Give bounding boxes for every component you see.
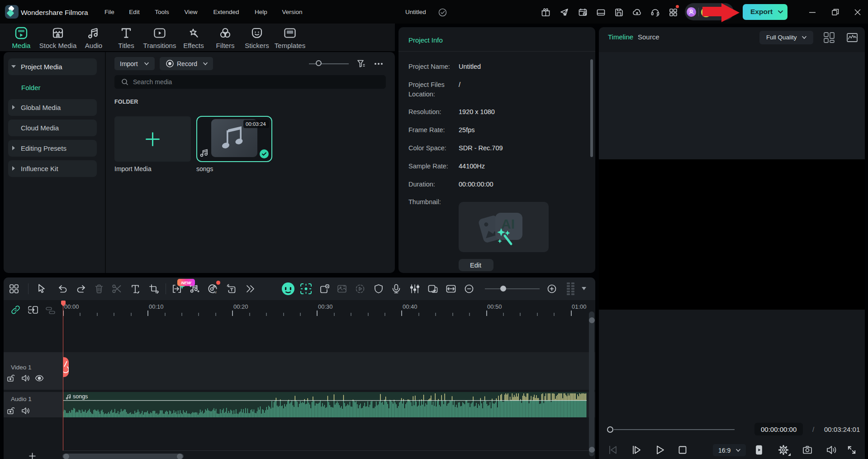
svg-text:AI: AI [213,290,217,294]
